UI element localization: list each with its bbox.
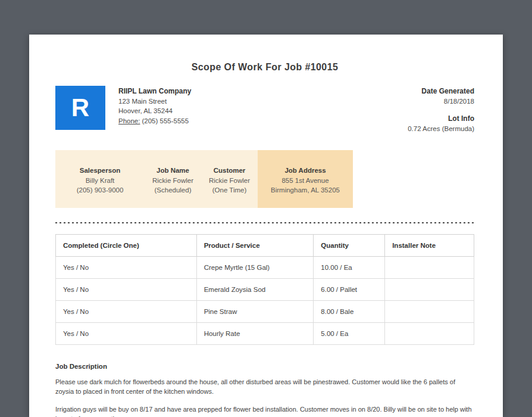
company-phone-line: Phone:(205) 555-5555 (118, 116, 191, 126)
job-address-line2: Birmingham, AL 35205 (258, 185, 353, 195)
company-address-line1: 123 Main Street (118, 97, 191, 107)
company-address-line2: Hoover, AL 35244 (118, 106, 191, 116)
document-meta: Date Generated 8/18/2018 Lot Info 0.72 A… (408, 86, 474, 133)
page-title: Scope Of Work For Job #10015 (55, 62, 474, 73)
cell-completed: Yes / No (56, 323, 197, 345)
header-product-service: Product / Service (196, 235, 314, 257)
job-name-label: Job Name (145, 166, 201, 176)
customer-type: (One Time) (201, 185, 258, 195)
job-description-heading: Job Description (55, 363, 474, 370)
salesperson-name: Billy Kraft (55, 176, 145, 186)
cell-quantity: 8.00 / Bale (314, 301, 385, 323)
cell-completed: Yes / No (56, 301, 197, 323)
lot-info-value: 0.72 Acres (Bermuda) (408, 124, 474, 134)
phone-number: (205) 555-5555 (142, 117, 189, 125)
company-logo: R (55, 86, 105, 130)
cell-quantity: 6.00 / Pallet (314, 279, 385, 301)
salesperson-label: Salesperson (55, 166, 145, 176)
job-description-paragraph-2: Irrigation guys will be buy on 8/17 and … (55, 404, 474, 417)
table-row: Yes / No Hourly Rate 5.00 / Ea (56, 323, 474, 345)
lot-info-group: Lot Info 0.72 Acres (Bermuda) (408, 114, 474, 133)
job-name-status: (Scheduled) (145, 185, 201, 195)
cell-quantity: 10.00 / Ea (314, 257, 385, 279)
viewer-background: { "page": { "title": "Scope Of Work For … (0, 0, 532, 417)
customer-name: Rickie Fowler (201, 176, 258, 186)
job-name-value: Rickie Fowler (145, 176, 201, 186)
job-address-label: Job Address (258, 166, 353, 176)
table-row: Yes / No Emerald Zoysia Sod 6.00 / Palle… (56, 279, 474, 301)
document-header: R RIIPL Lawn Company 123 Main Street Hoo… (55, 86, 474, 133)
table-header-row: Completed (Circle One) Product / Service… (56, 235, 474, 257)
company-info: RIIPL Lawn Company 123 Main Street Hoove… (118, 86, 191, 133)
phone-label: Phone: (118, 117, 140, 125)
logo-letter: R (71, 95, 89, 120)
cell-completed: Yes / No (56, 279, 197, 301)
cell-product: Hourly Rate (196, 323, 314, 345)
cell-product: Crepe Myrtle (15 Gal) (196, 257, 314, 279)
cell-installer-note (385, 257, 474, 279)
cell-quantity: 5.00 / Ea (314, 323, 385, 345)
date-generated-value: 8/18/2018 (408, 97, 474, 107)
cell-product: Emerald Zoysia Sod (196, 279, 314, 301)
customer-label: Customer (201, 166, 258, 176)
company-name: RIIPL Lawn Company (118, 86, 191, 97)
table-row: Yes / No Pine Straw 8.00 / Bale (56, 301, 474, 323)
header-completed: Completed (Circle One) (56, 235, 197, 257)
customer-column: Customer Rickie Fowler (One Time) (201, 150, 258, 208)
cell-installer-note (385, 301, 474, 323)
header-quantity: Quantity (314, 235, 385, 257)
job-address-line1: 855 1st Avenue (258, 176, 353, 186)
cell-completed: Yes / No (56, 257, 197, 279)
cell-product: Pine Straw (196, 301, 314, 323)
table-row: Yes / No Crepe Myrtle (15 Gal) 10.00 / E… (56, 257, 474, 279)
lot-info-label: Lot Info (408, 114, 474, 124)
document-page: Scope Of Work For Job #10015 R RIIPL Law… (29, 35, 503, 417)
section-divider (55, 222, 474, 223)
header-installer-note: Installer Note (385, 235, 474, 257)
date-generated-label: Date Generated (408, 86, 474, 97)
cell-installer-note (385, 279, 474, 301)
job-name-column: Job Name Rickie Fowler (Scheduled) (145, 150, 201, 208)
job-description-paragraph-1: Please use dark mulch for flowerbeds aro… (55, 377, 474, 396)
scope-of-work-table: Completed (Circle One) Product / Service… (55, 234, 474, 345)
date-generated-group: Date Generated 8/18/2018 (408, 86, 474, 106)
job-address-column: Job Address 855 1st Avenue Birmingham, A… (258, 150, 353, 208)
job-info-band: Salesperson Billy Kraft (205) 903-9000 J… (55, 150, 353, 208)
salesperson-column: Salesperson Billy Kraft (205) 903-9000 (55, 150, 145, 208)
salesperson-phone: (205) 903-9000 (55, 185, 145, 195)
cell-installer-note (385, 323, 474, 345)
